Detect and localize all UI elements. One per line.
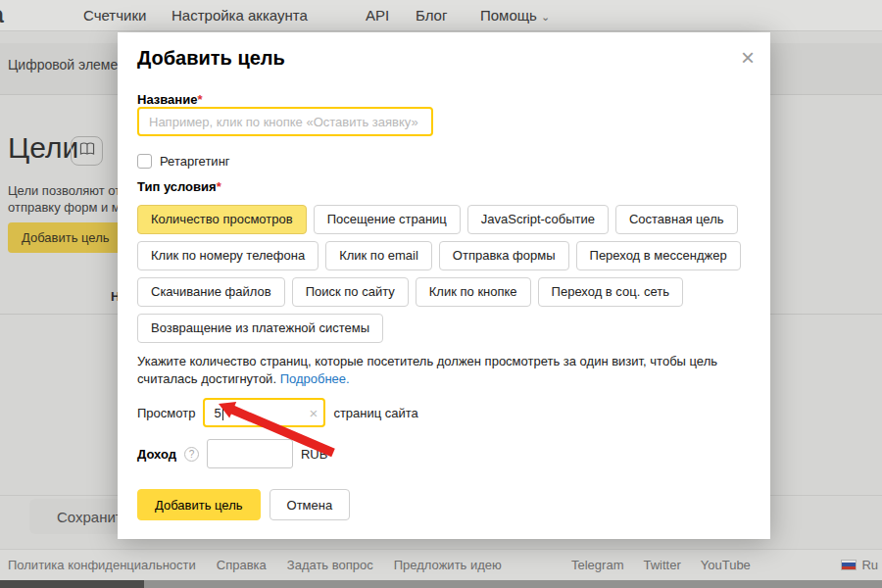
docs-book-button[interactable] bbox=[71, 136, 103, 166]
text-cursor bbox=[222, 405, 223, 420]
pageviews-hint: Укажите количество страниц, которые посе… bbox=[137, 353, 750, 387]
footer-link-suggest-idea[interactable]: Предложить идею bbox=[394, 558, 502, 572]
views-count-row: Просмотр 5 × страниц сайта bbox=[137, 398, 418, 427]
nav-item-account-settings[interactable]: Настройка аккаунта bbox=[172, 7, 308, 24]
submit-add-goal-button[interactable]: Добавить цель bbox=[137, 489, 261, 520]
retargeting-label: Ретаргетинг bbox=[160, 154, 230, 169]
condition-chip-pageviews[interactable]: Количество просмотров bbox=[137, 205, 307, 234]
page-title: Цели bbox=[8, 131, 78, 165]
add-goal-modal: Добавить цель × Название* Ретаргетинг Ти… bbox=[118, 32, 770, 539]
top-navbar: а Счетчики Настройка аккаунта API Блог П… bbox=[0, 0, 882, 31]
cancel-button[interactable]: Отмена bbox=[270, 489, 351, 520]
footer-link-ask-question[interactable]: Задать вопрос bbox=[287, 558, 373, 572]
russia-flag-icon bbox=[841, 560, 857, 570]
required-asterisk: * bbox=[217, 179, 221, 194]
book-icon bbox=[78, 141, 96, 161]
views-suffix: страниц сайта bbox=[333, 406, 417, 420]
condition-chip-file-download[interactable]: Скачивание файлов bbox=[137, 277, 285, 307]
revenue-row: Доход ? RUB bbox=[137, 439, 327, 468]
condition-chip-form-submit[interactable]: Отправка формы bbox=[439, 241, 569, 270]
retargeting-checkbox[interactable] bbox=[137, 154, 152, 169]
nav-item-api[interactable]: API bbox=[366, 7, 389, 24]
condition-chip-email-click[interactable]: Клик по email bbox=[325, 241, 432, 270]
learn-more-link[interactable]: Подробнее. bbox=[280, 371, 350, 386]
views-count-value: 5 bbox=[214, 406, 220, 420]
condition-type-label: Тип условия* bbox=[137, 179, 221, 194]
retargeting-checkbox-row[interactable]: Ретаргетинг bbox=[137, 154, 230, 169]
required-asterisk: * bbox=[197, 92, 202, 107]
revenue-currency: RUB bbox=[301, 447, 327, 462]
bottom-edge-strip bbox=[0, 580, 882, 588]
condition-chip-phone-click[interactable]: Клик по номеру телефона bbox=[137, 241, 318, 270]
breadcrumb[interactable]: Цифровой элемент bbox=[8, 57, 131, 73]
footer-link-youtube[interactable]: YouTube bbox=[701, 558, 751, 572]
modal-title: Добавить цель bbox=[137, 47, 285, 70]
condition-chip-payment-return[interactable]: Возвращение из платежной системы bbox=[137, 314, 383, 343]
nav-item-blog[interactable]: Блог bbox=[416, 7, 447, 24]
revenue-input[interactable] bbox=[207, 439, 293, 468]
bottom-edge-strip-dark bbox=[0, 580, 144, 588]
views-count-input[interactable]: 5 × bbox=[203, 398, 325, 427]
help-icon[interactable]: ? bbox=[184, 447, 199, 462]
condition-chip-site-search[interactable]: Поиск по сайту bbox=[292, 277, 409, 307]
close-icon[interactable]: × bbox=[741, 46, 755, 70]
metrica-logo-partial: а bbox=[0, 2, 4, 28]
views-label: Просмотр bbox=[137, 406, 195, 420]
footer: Политика конфиденциальности Справка Зада… bbox=[0, 549, 882, 580]
condition-chip-social[interactable]: Переход в соц. сеть bbox=[538, 277, 683, 307]
language-selector[interactable]: Ru bbox=[841, 558, 878, 572]
chevron-down-icon: ⌄ bbox=[541, 11, 550, 23]
language-label: Ru bbox=[861, 558, 878, 572]
clear-icon[interactable]: × bbox=[310, 405, 318, 421]
goal-name-input[interactable] bbox=[137, 107, 433, 136]
condition-chip-page-visits[interactable]: Посещение страниц bbox=[314, 205, 461, 234]
footer-link-telegram[interactable]: Telegram bbox=[571, 558, 623, 572]
condition-chip-composite[interactable]: Составная цель bbox=[615, 205, 738, 234]
nav-item-counters[interactable]: Счетчики bbox=[83, 7, 146, 24]
condition-chip-button-click[interactable]: Клик по кнопке bbox=[416, 277, 531, 307]
footer-link-twitter[interactable]: Twitter bbox=[643, 558, 680, 572]
footer-link-help[interactable]: Справка bbox=[217, 558, 267, 572]
nav-item-help[interactable]: Помощь⌄ bbox=[480, 7, 550, 24]
footer-link-privacy[interactable]: Политика конфиденциальности bbox=[8, 558, 196, 572]
name-label: Название* bbox=[137, 92, 202, 107]
condition-chip-js-event[interactable]: JavaScript-событие bbox=[467, 205, 609, 234]
revenue-label: Доход bbox=[137, 447, 176, 462]
condition-type-chips: Количество просмотров Посещение страниц … bbox=[137, 205, 755, 350]
condition-chip-messenger[interactable]: Переход в мессенджер bbox=[576, 241, 741, 270]
